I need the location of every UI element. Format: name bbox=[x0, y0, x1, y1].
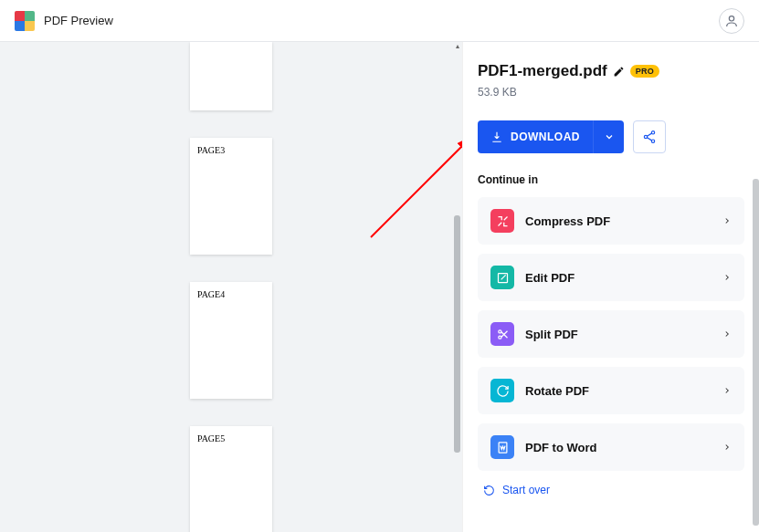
header-left: PDF Preview bbox=[15, 11, 113, 31]
tool-label: PDF to Word bbox=[525, 441, 722, 454]
page-label: PAGE3 bbox=[197, 145, 225, 155]
share-button[interactable] bbox=[633, 120, 666, 153]
word-icon bbox=[490, 435, 514, 459]
page-label: PAGE4 bbox=[197, 289, 225, 299]
download-label: DOWNLOAD bbox=[511, 130, 580, 143]
restart-icon bbox=[483, 485, 495, 496]
tool-label: Compress PDF bbox=[525, 214, 722, 228]
start-over-label: Start over bbox=[502, 484, 550, 496]
continue-section: Continue in Compress PDFEdit PDFSplit PD… bbox=[463, 153, 759, 471]
file-size: 53.9 KB bbox=[478, 86, 744, 99]
chevron-right-icon bbox=[722, 443, 732, 452]
svg-point-4 bbox=[651, 140, 654, 142]
continue-title: Continue in bbox=[478, 173, 744, 186]
file-header: PDF1-merged.pdf PRO 53.9 KB bbox=[463, 42, 759, 113]
start-over-button[interactable]: Start over bbox=[463, 471, 759, 496]
app-header: PDF Preview bbox=[0, 0, 759, 42]
chevron-right-icon bbox=[722, 386, 732, 395]
file-name: PDF1-merged.pdf bbox=[478, 62, 607, 80]
pencil-icon bbox=[613, 66, 625, 78]
account-button[interactable] bbox=[719, 8, 744, 34]
page-label: PAGE5 bbox=[197, 433, 225, 443]
app-logo-icon bbox=[15, 11, 35, 31]
scrollbar-thumb[interactable] bbox=[454, 215, 460, 453]
page-thumbnail[interactable]: PAGE4 bbox=[190, 282, 272, 399]
svg-point-3 bbox=[644, 135, 647, 138]
preview-scroll-area[interactable]: PAGE3 PAGE4 PAGE5 bbox=[0, 42, 462, 532]
tool-item[interactable]: Compress PDF bbox=[478, 197, 744, 245]
download-dropdown-button[interactable] bbox=[593, 120, 624, 153]
download-button[interactable]: DOWNLOAD bbox=[478, 120, 593, 153]
tool-label: Split PDF bbox=[525, 328, 722, 341]
pro-badge: PRO bbox=[630, 65, 659, 78]
scrollbar[interactable]: ▴ bbox=[452, 42, 462, 532]
page-thumbnail-partial[interactable] bbox=[190, 42, 272, 110]
tool-label: Edit PDF bbox=[525, 271, 722, 285]
svg-point-7 bbox=[498, 336, 501, 339]
download-button-group: DOWNLOAD bbox=[478, 120, 624, 153]
page-thumbnail[interactable]: PAGE3 bbox=[190, 138, 272, 255]
scroll-up-icon[interactable]: ▴ bbox=[452, 42, 462, 51]
edit-icon bbox=[490, 266, 514, 289]
tool-label: Rotate PDF bbox=[525, 384, 722, 398]
page-thumbnail[interactable]: PAGE5 bbox=[190, 426, 272, 532]
share-icon bbox=[642, 130, 657, 144]
svg-point-6 bbox=[498, 329, 501, 332]
svg-point-0 bbox=[729, 16, 733, 20]
split-icon bbox=[490, 322, 514, 346]
tool-item[interactable]: Split PDF bbox=[478, 310, 744, 358]
chevron-down-icon bbox=[604, 131, 615, 142]
edit-name-button[interactable] bbox=[613, 66, 625, 78]
preview-pane: PAGE3 PAGE4 PAGE5 ▴ bbox=[0, 42, 462, 532]
avatar-icon bbox=[724, 14, 739, 28]
download-icon bbox=[490, 130, 503, 143]
chevron-right-icon bbox=[722, 329, 732, 339]
tool-item[interactable]: Rotate PDF bbox=[478, 367, 744, 414]
tool-item[interactable]: Edit PDF bbox=[478, 254, 744, 301]
side-panel-scrollbar-thumb[interactable] bbox=[753, 179, 759, 526]
svg-point-2 bbox=[651, 131, 654, 134]
rotate-icon bbox=[490, 379, 514, 402]
chevron-right-icon bbox=[722, 216, 732, 225]
side-panel: PDF1-merged.pdf PRO 53.9 KB DOWNLOAD bbox=[462, 42, 759, 532]
chevron-right-icon bbox=[722, 273, 732, 282]
tool-item[interactable]: PDF to Word bbox=[478, 423, 744, 471]
compress-icon bbox=[490, 209, 514, 233]
app-title: PDF Preview bbox=[44, 14, 113, 27]
